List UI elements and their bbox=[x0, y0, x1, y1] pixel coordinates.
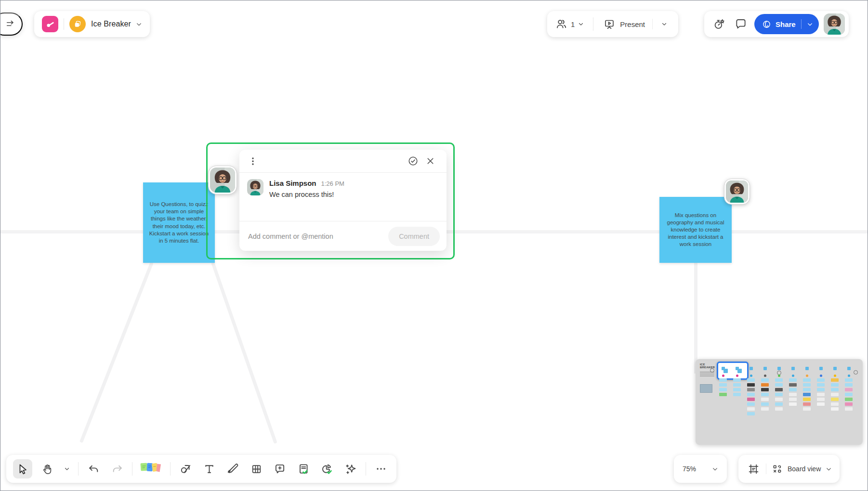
more-tools-button[interactable] bbox=[372, 460, 390, 478]
present-label: Present bbox=[620, 20, 645, 28]
board-view-button[interactable]: Board view bbox=[772, 464, 832, 475]
minimap-column bbox=[760, 367, 770, 443]
select-tool-button[interactable] bbox=[13, 459, 32, 478]
share-button[interactable]: Share bbox=[754, 14, 819, 34]
pen-icon bbox=[226, 463, 239, 475]
collaborators-count: 1 bbox=[571, 20, 575, 28]
avatar bbox=[824, 13, 845, 35]
collaborators-button[interactable]: 1 bbox=[554, 15, 585, 33]
divider bbox=[593, 17, 593, 31]
app-logo-icon bbox=[45, 19, 55, 29]
chat-bubble-icon bbox=[735, 18, 747, 30]
sticky-notes-icon bbox=[140, 462, 163, 476]
sticky-note-tool-button[interactable] bbox=[139, 460, 164, 478]
board-title-bar: Ice Breaker bbox=[34, 11, 150, 37]
undo-button[interactable] bbox=[85, 460, 102, 478]
divider bbox=[78, 462, 79, 476]
minimap[interactable]: ICE BREAKER bbox=[696, 359, 863, 445]
undo-icon bbox=[88, 463, 100, 475]
comment-author-name: Lisa Simpson bbox=[269, 179, 316, 187]
chart-check-icon bbox=[321, 463, 333, 475]
divider bbox=[170, 462, 171, 476]
minimap-column bbox=[843, 367, 854, 443]
divider bbox=[801, 19, 802, 29]
template-badge-icon bbox=[69, 16, 86, 32]
apps-tool-button[interactable] bbox=[318, 460, 336, 478]
kebab-menu-icon bbox=[248, 156, 258, 166]
avatar bbox=[247, 179, 263, 195]
chat-button[interactable] bbox=[732, 15, 750, 33]
table-icon bbox=[250, 463, 263, 475]
comment-selection-box: Lisa Simpson 1:26 PM We can process this… bbox=[206, 142, 455, 259]
ellipsis-icon bbox=[375, 463, 387, 475]
board-title-menu[interactable]: Ice Breaker bbox=[91, 20, 142, 28]
chevron-down-icon[interactable] bbox=[807, 21, 813, 27]
comment-message-row: Lisa Simpson 1:26 PM We can process this… bbox=[239, 173, 447, 221]
minimap-column bbox=[732, 367, 742, 443]
close-icon bbox=[425, 156, 435, 166]
avatar bbox=[210, 168, 235, 193]
hand-icon bbox=[41, 463, 53, 475]
comment-reply-row: Comment bbox=[239, 221, 447, 251]
comment-plus-icon bbox=[274, 463, 286, 475]
minimap-column bbox=[815, 367, 826, 443]
text-icon bbox=[203, 463, 215, 475]
close-comment-button[interactable] bbox=[421, 153, 439, 170]
divider bbox=[766, 464, 766, 474]
cursor-icon bbox=[17, 463, 28, 475]
users-icon bbox=[555, 18, 567, 30]
ai-tool-button[interactable] bbox=[342, 460, 359, 478]
comment-submit-button[interactable]: Comment bbox=[388, 227, 440, 246]
comment-thread-popup: Lisa Simpson 1:26 PM We can process this… bbox=[239, 150, 447, 251]
shapes-tool-button[interactable] bbox=[177, 460, 194, 478]
hand-tool-button[interactable] bbox=[39, 460, 56, 478]
account-avatar-button[interactable] bbox=[824, 13, 845, 35]
timer-button[interactable] bbox=[710, 15, 727, 33]
app-home-button[interactable] bbox=[42, 16, 58, 32]
minimap-column bbox=[746, 367, 756, 443]
comment-thread-avatar-badge[interactable] bbox=[209, 166, 237, 194]
add-comment-tool-button[interactable] bbox=[271, 460, 289, 478]
creation-toolbar bbox=[6, 455, 396, 483]
miro-board-app: Use Questions, to quizz your team on sim… bbox=[0, 0, 868, 491]
check-circle-icon bbox=[408, 155, 419, 167]
hand-tool-options-button[interactable] bbox=[62, 460, 72, 478]
comment-options-button[interactable] bbox=[246, 153, 260, 170]
timer-icon bbox=[712, 18, 725, 31]
zoom-level: 75% bbox=[683, 465, 696, 473]
pen-tool-button[interactable] bbox=[224, 460, 241, 478]
collaborator-cursor-avatar[interactable] bbox=[724, 179, 750, 204]
sticky-note-left[interactable]: Use Questions, to quizz your team on sim… bbox=[143, 182, 215, 263]
sticky-note-right[interactable]: Mix questions on geography and musical k… bbox=[659, 197, 732, 263]
frames-icon bbox=[748, 463, 760, 475]
open-sidebar-button[interactable] bbox=[0, 13, 23, 36]
minimap-column bbox=[718, 367, 728, 443]
present-button[interactable]: Present bbox=[602, 15, 648, 33]
minimap-column bbox=[774, 367, 784, 443]
sparkles-icon bbox=[344, 463, 357, 476]
divider bbox=[64, 18, 64, 30]
shapes-icon bbox=[179, 463, 192, 475]
frames-panel-button[interactable] bbox=[746, 460, 761, 478]
templates-tool-button[interactable] bbox=[295, 460, 312, 478]
easel-leg-right bbox=[211, 262, 277, 444]
minimap-column bbox=[802, 367, 812, 443]
resolve-comment-button[interactable] bbox=[404, 153, 421, 170]
chevron-down-icon bbox=[136, 21, 142, 27]
board-title: Ice Breaker bbox=[91, 20, 131, 28]
minimap-timer-icon bbox=[710, 368, 714, 373]
text-tool-button[interactable] bbox=[200, 460, 218, 478]
table-tool-button[interactable] bbox=[248, 460, 265, 478]
divider bbox=[652, 19, 653, 29]
board-view-icon bbox=[772, 464, 783, 475]
zoom-control[interactable]: 75% bbox=[674, 455, 727, 483]
present-options-button[interactable] bbox=[657, 15, 671, 33]
chevron-down-icon[interactable] bbox=[712, 466, 718, 472]
chevron-down-icon bbox=[578, 21, 584, 27]
divider bbox=[366, 462, 366, 476]
minimap-image-thumbnail bbox=[700, 384, 712, 393]
minimap-columns bbox=[718, 367, 858, 443]
comment-timestamp: 1:26 PM bbox=[321, 180, 344, 187]
comment-input[interactable] bbox=[248, 233, 383, 240]
redo-button[interactable] bbox=[108, 460, 126, 478]
